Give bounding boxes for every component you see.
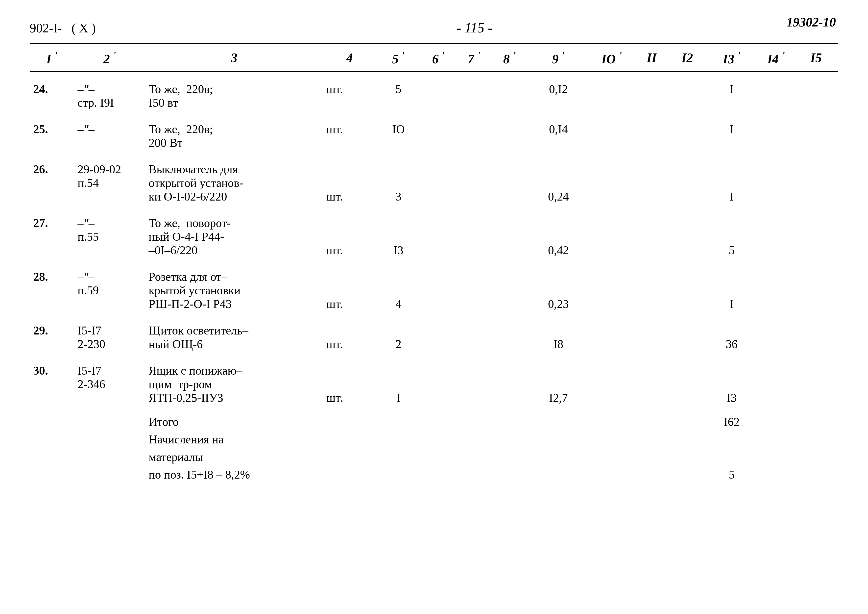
col-header-1: I ' <box>30 44 74 72</box>
col-header-10: IO ' <box>589 44 634 72</box>
page-header: 902-I- ( X ) - 115 - <box>30 20 838 36</box>
table-row: 28. –"–п.59 Розетка для от–крытой устано… <box>30 260 838 314</box>
header-center: - 115 - <box>111 20 838 36</box>
table-row: 30. I5-I72-346 Ящик с понижаю–щим тр-ром… <box>30 354 838 407</box>
col-header-3: 3 <box>145 44 323 72</box>
col-header-2: 2 ' <box>74 44 145 72</box>
col-header-14: I4 ' <box>758 44 794 72</box>
table-header-row: I ' 2 ' 3 4 5 ' 6 ' 7 ' 8 ' 9 ' IO ' II … <box>30 44 838 72</box>
col-header-11: II <box>634 44 670 72</box>
table-row: 27. –"–п.55 То же, поворот-ный О-4-I Р44… <box>30 206 838 260</box>
doc-number: 19302-10 <box>787 15 836 30</box>
table-row: 25. –"– То же, 220в;200 Вт шт. IO 0,I4 I <box>30 112 838 152</box>
nach-row-3: по поз. I5+I8 – 8,2% 5 <box>30 466 838 489</box>
col-header-5: 5 ' <box>377 44 421 72</box>
page: 19302-10 902-I- ( X ) - 115 - I ' 2 ' 3 … <box>0 0 868 614</box>
col-header-7: 7 ' <box>456 44 492 72</box>
itogo-row: Итого I62 <box>30 407 838 431</box>
col-header-9: 9 ' <box>527 44 589 72</box>
col-header-4: 4 <box>323 44 376 72</box>
col-header-6: 6 ' <box>421 44 456 72</box>
nach-row-2: материалы <box>30 448 838 466</box>
nach-row-1: Начисления на <box>30 431 838 448</box>
header-left: 902-I- ( X ) <box>30 21 96 36</box>
col-header-8: 8 ' <box>491 44 527 72</box>
col-header-15: I5 <box>794 44 838 72</box>
main-table-wrapper: I ' 2 ' 3 4 5 ' 6 ' 7 ' 8 ' 9 ' IO ' II … <box>30 43 838 489</box>
table-row: 26. 29-09-02п.54 Выключатель дляоткрытой… <box>30 152 838 206</box>
col-header-12: I2 <box>670 44 705 72</box>
table-row: 24. –"–стр. I9I То же, 220в;I50 вт шт. 5… <box>30 72 838 112</box>
table-row: 29. I5-I72-230 Щиток осветитель–ный ОЩ-6… <box>30 314 838 354</box>
col-header-13: I3 ' <box>705 44 758 72</box>
main-table: I ' 2 ' 3 4 5 ' 6 ' 7 ' 8 ' 9 ' IO ' II … <box>30 43 838 489</box>
